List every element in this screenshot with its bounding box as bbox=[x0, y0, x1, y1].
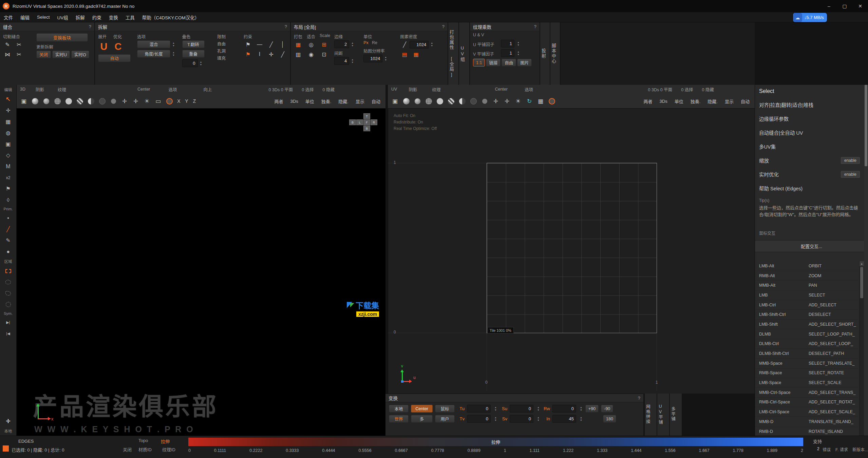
orange-ring-icon-3d[interactable] bbox=[164, 96, 174, 106]
spacing-field[interactable]: 4 bbox=[334, 57, 349, 65]
download-speed-badge[interactable]: 5.7 MB/s bbox=[793, 13, 827, 22]
texture-id-option[interactable]: 纹理ID bbox=[162, 446, 175, 453]
fill-option[interactable]: 填充 bbox=[217, 55, 239, 60]
binding-row[interactable]: MMB-SpaceSELECT_TRANSLATE_ bbox=[755, 359, 858, 368]
select-cursor-tool[interactable] bbox=[3, 95, 13, 103]
rectangle-select-tool[interactable] bbox=[3, 267, 13, 275]
rw-stepper[interactable] bbox=[579, 406, 583, 412]
diagonal-constraint-icon[interactable] bbox=[267, 40, 276, 49]
3ds-toggle-3d[interactable]: 3Ds bbox=[290, 99, 298, 104]
viewcube-front[interactable]: F bbox=[363, 119, 370, 125]
ibar-constraint-icon[interactable] bbox=[255, 50, 264, 58]
center-selection-icon-uv[interactable] bbox=[502, 96, 512, 106]
user-button[interactable]: 用户 bbox=[435, 415, 455, 423]
pack-alt-icon[interactable] bbox=[294, 50, 303, 58]
minimize-button[interactable] bbox=[821, 0, 837, 12]
solo-menu-3d[interactable]: 独奏. bbox=[321, 98, 332, 104]
zoom-enable-button[interactable]: enable bbox=[841, 157, 860, 164]
menu-select[interactable]: Select bbox=[33, 15, 54, 20]
unfold-u-icon[interactable]: U bbox=[98, 40, 110, 53]
angle-length-dropdown[interactable]: 角度/长度 bbox=[137, 50, 170, 58]
symmetry-right-tool[interactable] bbox=[3, 318, 13, 327]
live-u-button[interactable]: 实时U bbox=[52, 51, 70, 58]
dark-sphere-icon-uv[interactable] bbox=[468, 96, 478, 106]
shading-label-3d[interactable]: 阴影 bbox=[36, 86, 44, 93]
binding-row[interactable]: DLMB-Shift-CtrlDESELECT_PATH bbox=[755, 349, 858, 359]
t-flip-button[interactable]: T.翻转 bbox=[182, 40, 205, 48]
feature-requests-link[interactable]: F. 请求 bbox=[835, 446, 848, 452]
both-toggle-3d[interactable]: 两者 bbox=[275, 98, 283, 104]
u-tile-stepper[interactable] bbox=[516, 41, 520, 46]
tv-stepper[interactable] bbox=[494, 416, 497, 422]
pack-icon[interactable] bbox=[294, 40, 303, 49]
auto-toggle-uv[interactable]: 自动 bbox=[741, 98, 750, 104]
hide-menu-3d[interactable]: 隐藏. bbox=[338, 98, 348, 104]
rotate-minus90-button[interactable]: -90 bbox=[601, 405, 613, 413]
small-sphere-icon-uv[interactable] bbox=[479, 96, 490, 106]
su-stepper[interactable] bbox=[536, 406, 540, 412]
units-toggle-uv[interactable]: 单位 bbox=[675, 98, 683, 104]
select-frame-icon-3d[interactable] bbox=[19, 96, 29, 106]
show-toggle-3d[interactable]: 显示 bbox=[356, 98, 364, 104]
dark-sphere-icon[interactable] bbox=[97, 96, 107, 106]
menu-multi-uvset[interactable]: 多UV集 bbox=[755, 139, 868, 153]
ratio-1-1-button[interactable]: 1:1 bbox=[473, 59, 485, 66]
protect-tool[interactable] bbox=[3, 196, 13, 204]
viewcube-right[interactable]: R bbox=[371, 119, 377, 125]
axis-y-toggle[interactable]: Y bbox=[183, 98, 190, 104]
overlap-value-field[interactable]: 0 bbox=[182, 59, 198, 67]
configure-interaction-button[interactable]: 配置交互... bbox=[755, 240, 868, 252]
menu-help-select-edges[interactable]: 帮助 Select (Edges) bbox=[755, 181, 868, 195]
mode-uv-label[interactable]: UV bbox=[391, 87, 397, 92]
rotate-lock-icon-uv[interactable] bbox=[524, 96, 534, 106]
binding-row[interactable]: DLMB-CtrlADD_SELECT_LOOP_ bbox=[755, 339, 858, 349]
menu-help[interactable]: 帮助（C4DSKY.COM汉化） bbox=[138, 14, 203, 21]
shading-label-uv[interactable]: 阴影 bbox=[409, 86, 417, 93]
circle-select-tool[interactable] bbox=[3, 300, 13, 309]
binding-row[interactable]: MMB-DTRANSLATE_ISLAND_ bbox=[755, 417, 858, 427]
viewcube-back[interactable]: B bbox=[349, 119, 356, 125]
holes-option[interactable]: 孔洞 bbox=[217, 47, 239, 53]
viewcube-top[interactable]: T bbox=[363, 113, 370, 119]
map-resolution-field[interactable]: 1024 bbox=[363, 55, 382, 62]
optimize-c-icon[interactable]: C bbox=[112, 40, 124, 53]
free-option[interactable]: 自由 bbox=[217, 40, 239, 46]
brush-mode-tool[interactable] bbox=[3, 236, 13, 245]
shaded-sphere-icon-uv[interactable] bbox=[401, 96, 411, 106]
panel-scrollbar[interactable] bbox=[864, 85, 868, 436]
shaded-sphere-icon[interactable] bbox=[30, 96, 40, 106]
binding-row[interactable]: RMB-Ctrl-SpaceADD_SELECT_ROTAT_ bbox=[755, 398, 858, 407]
binding-row[interactable]: LMB-Shift-CtrlDESELECT bbox=[755, 310, 858, 320]
point-mode-tool[interactable] bbox=[3, 214, 13, 222]
x2-resolution-tool[interactable]: x2 bbox=[3, 173, 13, 182]
hide-menu-uv[interactable]: 隐藏. bbox=[707, 98, 718, 104]
seam-help-icon[interactable] bbox=[89, 24, 91, 29]
v-tile-stepper[interactable] bbox=[516, 51, 520, 56]
menu-transform[interactable]: 变换 bbox=[105, 14, 122, 21]
texture-label-3d[interactable]: 纹理 bbox=[58, 86, 66, 93]
scale-alt-icon[interactable] bbox=[320, 50, 328, 58]
show-toggle-uv[interactable]: 显示 bbox=[725, 98, 734, 104]
checker-sphere-icon[interactable] bbox=[75, 96, 85, 106]
update-off-button[interactable]: 关闭 bbox=[36, 51, 51, 58]
rw-field[interactable]: 0 bbox=[552, 405, 576, 413]
material-tool[interactable]: M bbox=[3, 162, 13, 171]
slope-constraint-icon[interactable] bbox=[278, 50, 287, 58]
mode-3d-label[interactable]: 3D bbox=[20, 87, 25, 92]
re-toggle[interactable]: Re bbox=[372, 40, 377, 46]
link-button[interactable]: 链接 bbox=[486, 59, 501, 66]
tu-stepper[interactable] bbox=[494, 406, 497, 412]
checker-sphere-icon-uv[interactable] bbox=[446, 96, 456, 106]
grid-sphere-icon[interactable] bbox=[52, 96, 62, 106]
su-field[interactable]: 0 bbox=[510, 405, 533, 413]
horizontal-constraint-icon[interactable] bbox=[255, 40, 264, 49]
tab-uv-set[interactable]: UV组 bbox=[459, 22, 469, 85]
margin-field[interactable]: 2 bbox=[334, 40, 349, 48]
tv-field[interactable]: 0 bbox=[467, 415, 491, 423]
texmul-help-icon[interactable] bbox=[534, 24, 536, 29]
rotate-plus90-button[interactable]: +90 bbox=[585, 405, 599, 413]
stretch-tab[interactable]: 拉伸 bbox=[161, 438, 170, 444]
binding-row[interactable]: MMB-AltPAN bbox=[755, 281, 858, 290]
view-cube[interactable]: T B L F R B bbox=[349, 113, 377, 131]
fit-icon[interactable] bbox=[307, 40, 316, 49]
